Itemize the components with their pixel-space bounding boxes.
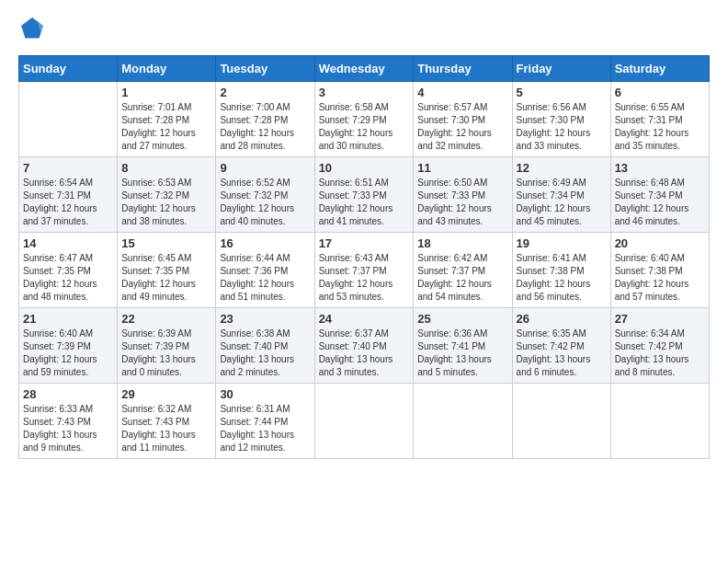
logo-icon (18, 15, 46, 42)
day-number: 17 (319, 236, 410, 250)
calendar-cell: 30Sunrise: 6:31 AM Sunset: 7:44 PM Dayli… (216, 384, 314, 459)
day-info: Sunrise: 6:40 AM Sunset: 7:38 PM Dayligh… (615, 252, 705, 304)
calendar-cell: 1Sunrise: 7:01 AM Sunset: 7:28 PM Daylig… (118, 82, 216, 157)
calendar-cell: 10Sunrise: 6:51 AM Sunset: 7:33 PM Dayli… (314, 157, 414, 233)
day-number: 26 (517, 312, 607, 326)
calendar-cell: 25Sunrise: 6:36 AM Sunset: 7:41 PM Dayli… (414, 308, 512, 384)
day-info: Sunrise: 6:38 AM Sunset: 7:40 PM Dayligh… (220, 327, 310, 379)
col-header-tuesday: Tuesday (216, 56, 314, 82)
calendar-cell: 29Sunrise: 6:32 AM Sunset: 7:43 PM Dayli… (118, 384, 216, 459)
day-number: 1 (121, 86, 211, 99)
col-header-sunday: Sunday (19, 56, 118, 82)
day-number: 27 (615, 312, 705, 326)
calendar-cell (512, 384, 610, 459)
day-info: Sunrise: 7:01 AM Sunset: 7:28 PM Dayligh… (121, 101, 211, 153)
day-info: Sunrise: 6:57 AM Sunset: 7:30 PM Dayligh… (417, 101, 507, 153)
calendar-cell: 26Sunrise: 6:35 AM Sunset: 7:42 PM Dayli… (512, 308, 610, 384)
day-info: Sunrise: 6:52 AM Sunset: 7:32 PM Dayligh… (220, 177, 310, 228)
calendar-cell: 24Sunrise: 6:37 AM Sunset: 7:40 PM Dayli… (314, 308, 414, 384)
day-info: Sunrise: 6:56 AM Sunset: 7:30 PM Dayligh… (517, 101, 607, 153)
day-info: Sunrise: 6:33 AM Sunset: 7:43 PM Dayligh… (23, 403, 113, 454)
day-info: Sunrise: 6:54 AM Sunset: 7:31 PM Dayligh… (23, 177, 113, 228)
calendar-cell (19, 82, 118, 157)
day-number: 19 (517, 236, 607, 250)
calendar-week-row: 14Sunrise: 6:47 AM Sunset: 7:35 PM Dayli… (19, 233, 710, 308)
day-info: Sunrise: 6:42 AM Sunset: 7:37 PM Dayligh… (417, 252, 507, 304)
calendar-cell: 17Sunrise: 6:43 AM Sunset: 7:37 PM Dayli… (314, 233, 414, 308)
day-info: Sunrise: 6:53 AM Sunset: 7:32 PM Dayligh… (121, 177, 211, 228)
day-number: 3 (319, 86, 410, 99)
day-number: 28 (23, 387, 113, 401)
day-number: 24 (319, 312, 410, 326)
calendar-cell: 5Sunrise: 6:56 AM Sunset: 7:30 PM Daylig… (512, 82, 610, 157)
day-info: Sunrise: 6:32 AM Sunset: 7:43 PM Dayligh… (121, 403, 211, 454)
calendar-week-row: 7Sunrise: 6:54 AM Sunset: 7:31 PM Daylig… (19, 157, 710, 233)
col-header-friday: Friday (512, 56, 610, 82)
day-number: 13 (615, 161, 705, 175)
calendar-header-row: SundayMondayTuesdayWednesdayThursdayFrid… (19, 56, 710, 82)
calendar-cell: 22Sunrise: 6:39 AM Sunset: 7:39 PM Dayli… (118, 308, 216, 384)
day-info: Sunrise: 6:41 AM Sunset: 7:38 PM Dayligh… (517, 252, 607, 304)
day-info: Sunrise: 6:31 AM Sunset: 7:44 PM Dayligh… (220, 403, 310, 454)
calendar-cell (610, 384, 709, 459)
day-info: Sunrise: 6:51 AM Sunset: 7:33 PM Dayligh… (319, 177, 410, 228)
calendar-cell: 9Sunrise: 6:52 AM Sunset: 7:32 PM Daylig… (216, 157, 314, 233)
calendar-cell: 23Sunrise: 6:38 AM Sunset: 7:40 PM Dayli… (216, 308, 314, 384)
day-info: Sunrise: 6:34 AM Sunset: 7:42 PM Dayligh… (615, 327, 705, 379)
calendar-cell: 20Sunrise: 6:40 AM Sunset: 7:38 PM Dayli… (610, 233, 709, 308)
day-info: Sunrise: 6:43 AM Sunset: 7:37 PM Dayligh… (319, 252, 410, 304)
day-number: 4 (417, 86, 507, 99)
day-number: 12 (517, 161, 607, 175)
day-number: 8 (121, 161, 211, 175)
calendar-cell: 2Sunrise: 7:00 AM Sunset: 7:28 PM Daylig… (216, 82, 314, 157)
day-number: 18 (417, 236, 507, 250)
day-number: 14 (23, 236, 113, 250)
page-header (18, 18, 710, 46)
calendar-cell (414, 384, 512, 459)
day-number: 2 (220, 86, 310, 99)
day-info: Sunrise: 6:49 AM Sunset: 7:34 PM Dayligh… (517, 177, 607, 228)
calendar-cell: 27Sunrise: 6:34 AM Sunset: 7:42 PM Dayli… (610, 308, 709, 384)
day-info: Sunrise: 6:37 AM Sunset: 7:40 PM Dayligh… (319, 327, 410, 379)
day-number: 5 (517, 86, 607, 99)
col-header-saturday: Saturday (610, 56, 709, 82)
day-number: 21 (23, 312, 113, 326)
calendar-cell: 16Sunrise: 6:44 AM Sunset: 7:36 PM Dayli… (216, 233, 314, 308)
calendar-cell: 12Sunrise: 6:49 AM Sunset: 7:34 PM Dayli… (512, 157, 610, 233)
day-number: 10 (319, 161, 410, 175)
calendar-cell: 7Sunrise: 6:54 AM Sunset: 7:31 PM Daylig… (19, 157, 118, 233)
day-info: Sunrise: 6:36 AM Sunset: 7:41 PM Dayligh… (417, 327, 507, 379)
calendar-cell: 19Sunrise: 6:41 AM Sunset: 7:38 PM Dayli… (512, 233, 610, 308)
day-info: Sunrise: 6:40 AM Sunset: 7:39 PM Dayligh… (23, 327, 113, 379)
day-info: Sunrise: 6:50 AM Sunset: 7:33 PM Dayligh… (417, 177, 507, 228)
col-header-monday: Monday (118, 56, 216, 82)
logo (18, 18, 48, 46)
day-info: Sunrise: 6:55 AM Sunset: 7:31 PM Dayligh… (615, 101, 705, 153)
day-info: Sunrise: 6:48 AM Sunset: 7:34 PM Dayligh… (615, 177, 705, 228)
calendar-week-row: 28Sunrise: 6:33 AM Sunset: 7:43 PM Dayli… (19, 384, 710, 459)
day-number: 15 (121, 236, 211, 250)
calendar-week-row: 21Sunrise: 6:40 AM Sunset: 7:39 PM Dayli… (19, 308, 710, 384)
day-info: Sunrise: 6:44 AM Sunset: 7:36 PM Dayligh… (220, 252, 310, 304)
day-number: 9 (220, 161, 310, 175)
calendar-cell: 14Sunrise: 6:47 AM Sunset: 7:35 PM Dayli… (19, 233, 118, 308)
day-info: Sunrise: 6:39 AM Sunset: 7:39 PM Dayligh… (121, 327, 211, 379)
calendar-cell: 3Sunrise: 6:58 AM Sunset: 7:29 PM Daylig… (314, 82, 414, 157)
calendar-cell: 15Sunrise: 6:45 AM Sunset: 7:35 PM Dayli… (118, 233, 216, 308)
calendar-cell: 13Sunrise: 6:48 AM Sunset: 7:34 PM Dayli… (610, 157, 709, 233)
day-number: 6 (615, 86, 705, 99)
day-number: 30 (220, 387, 310, 401)
col-header-wednesday: Wednesday (314, 56, 414, 82)
calendar-cell (314, 384, 414, 459)
day-number: 16 (220, 236, 310, 250)
day-info: Sunrise: 6:47 AM Sunset: 7:35 PM Dayligh… (23, 252, 113, 304)
calendar-cell: 8Sunrise: 6:53 AM Sunset: 7:32 PM Daylig… (118, 157, 216, 233)
calendar-cell: 4Sunrise: 6:57 AM Sunset: 7:30 PM Daylig… (414, 82, 512, 157)
calendar-week-row: 1Sunrise: 7:01 AM Sunset: 7:28 PM Daylig… (19, 82, 710, 157)
day-number: 20 (615, 236, 705, 250)
calendar-table: SundayMondayTuesdayWednesdayThursdayFrid… (18, 55, 710, 459)
day-number: 7 (23, 161, 113, 175)
calendar-cell: 18Sunrise: 6:42 AM Sunset: 7:37 PM Dayli… (414, 233, 512, 308)
day-info: Sunrise: 6:45 AM Sunset: 7:35 PM Dayligh… (121, 252, 211, 304)
day-number: 25 (417, 312, 507, 326)
